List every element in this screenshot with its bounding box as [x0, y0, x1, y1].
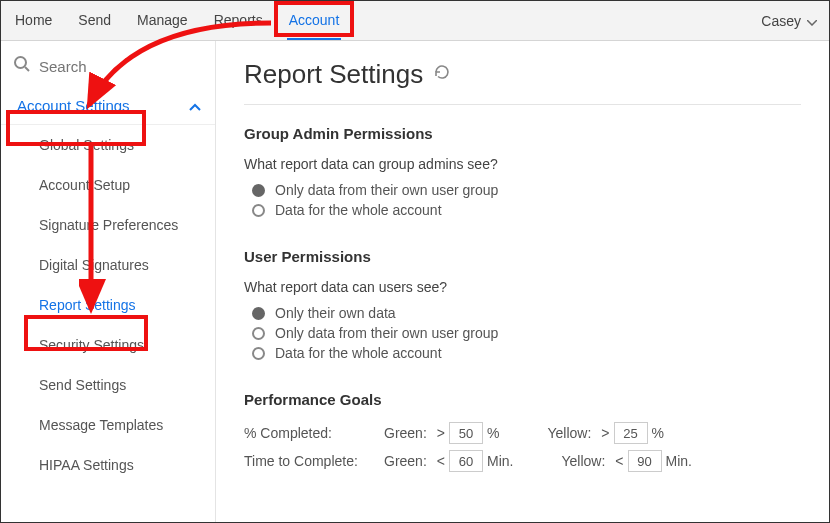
sidebar-item-send-settings[interactable]: Send Settings — [1, 365, 215, 405]
min-unit: Min. — [487, 453, 513, 469]
pct-unit: % — [652, 425, 664, 441]
radio-label: Only data from their own user group — [275, 325, 498, 341]
refresh-icon[interactable] — [433, 63, 451, 86]
radio-label: Only their own data — [275, 305, 396, 321]
sidebar-item-signature-preferences[interactable]: Signature Preferences — [1, 205, 215, 245]
sidebar-section-label: Account Settings — [17, 97, 130, 114]
chevron-down-icon — [807, 13, 817, 29]
perf-green-label: Green: — [384, 425, 427, 441]
perf-time-label: Time to Complete: — [244, 453, 374, 469]
page-title-text: Report Settings — [244, 59, 423, 90]
tab-send[interactable]: Send — [76, 2, 113, 40]
sidebar-search[interactable] — [1, 41, 215, 87]
sidebar-item-global-settings[interactable]: Global Settings — [1, 125, 215, 165]
gt-icon: > — [601, 425, 609, 441]
sidebar-item-account-setup[interactable]: Account Setup — [1, 165, 215, 205]
perf-pct-yellow-input[interactable] — [614, 422, 648, 444]
lt-icon: < — [437, 453, 445, 469]
min-unit: Min. — [666, 453, 692, 469]
group-opt-0[interactable]: Only data from their own user group — [252, 182, 801, 198]
group-admin-question: What report data can group admins see? — [244, 156, 801, 172]
user-menu[interactable]: Casey — [761, 13, 817, 29]
gt-icon: > — [437, 425, 445, 441]
perf-row-time: Time to Complete: Green: < Min. Yellow: … — [244, 450, 801, 472]
app-window: Home Send Manage Reports Account Casey A… — [0, 0, 830, 523]
perf-yellow-label: Yellow: — [561, 453, 605, 469]
tab-manage[interactable]: Manage — [135, 2, 190, 40]
user-opt-0[interactable]: Only their own data — [252, 305, 801, 321]
user-perm-question: What report data can users see? — [244, 279, 801, 295]
main-content[interactable]: Report Settings Group Admin Permissions … — [216, 41, 829, 522]
radio-icon — [252, 327, 265, 340]
perf-yellow-label: Yellow: — [547, 425, 591, 441]
tab-account[interactable]: Account — [287, 2, 342, 40]
user-perm-header: User Permissions — [244, 248, 801, 265]
perf-pct-label: % Completed: — [244, 425, 374, 441]
chevron-up-icon — [189, 97, 201, 114]
user-opt-1[interactable]: Only data from their own user group — [252, 325, 801, 341]
sidebar-items[interactable]: Global Settings Account Setup Signature … — [1, 125, 215, 522]
sidebar-item-security-settings[interactable]: Security Settings — [1, 325, 215, 365]
perf-time-green-input[interactable] — [449, 450, 483, 472]
radio-icon — [252, 204, 265, 217]
lt-icon: < — [615, 453, 623, 469]
svg-line-1 — [25, 67, 29, 71]
sidebar-item-report-settings[interactable]: Report Settings — [1, 285, 215, 325]
svg-point-0 — [15, 57, 26, 68]
sidebar-item-hipaa-settings[interactable]: HIPAA Settings — [1, 445, 215, 485]
group-opt-1[interactable]: Data for the whole account — [252, 202, 801, 218]
sidebar-item-digital-signatures[interactable]: Digital Signatures — [1, 245, 215, 285]
radio-label: Only data from their own user group — [275, 182, 498, 198]
sidebar-section-account-settings[interactable]: Account Settings — [1, 87, 215, 125]
top-nav: Home Send Manage Reports Account Casey — [1, 1, 829, 41]
sidebar: Account Settings Global Settings Account… — [1, 41, 216, 522]
radio-icon — [252, 307, 265, 320]
radio-icon — [252, 184, 265, 197]
divider — [244, 104, 801, 105]
radio-label: Data for the whole account — [275, 202, 442, 218]
perf-pct-green-input[interactable] — [449, 422, 483, 444]
sidebar-item-message-templates[interactable]: Message Templates — [1, 405, 215, 445]
radio-label: Data for the whole account — [275, 345, 442, 361]
tab-reports[interactable]: Reports — [212, 2, 265, 40]
top-nav-tabs: Home Send Manage Reports Account — [13, 2, 341, 40]
radio-icon — [252, 347, 265, 360]
perf-row-completed: % Completed: Green: > % Yellow: > % — [244, 422, 801, 444]
user-opt-2[interactable]: Data for the whole account — [252, 345, 801, 361]
user-name: Casey — [761, 13, 801, 29]
perf-goals-header: Performance Goals — [244, 391, 801, 408]
perf-time-yellow-input[interactable] — [628, 450, 662, 472]
pct-unit: % — [487, 425, 499, 441]
perf-green-label: Green: — [384, 453, 427, 469]
group-admin-header: Group Admin Permissions — [244, 125, 801, 142]
page-title: Report Settings — [244, 59, 801, 90]
tab-home[interactable]: Home — [13, 2, 54, 40]
search-input[interactable] — [39, 58, 159, 75]
search-icon — [13, 55, 31, 77]
